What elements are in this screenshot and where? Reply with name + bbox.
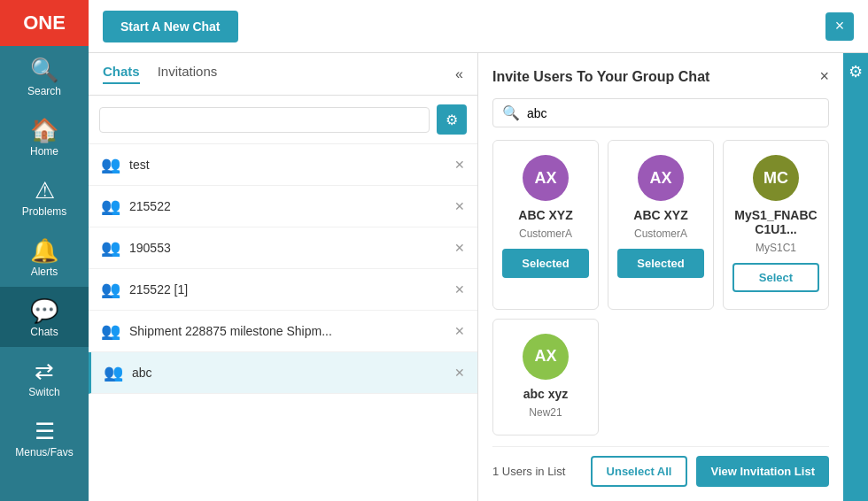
chat-item-name: test bbox=[129, 158, 454, 172]
chat-item-name: Shipment 228875 milestone Shipm... bbox=[129, 324, 454, 338]
user-sub: CustomerA bbox=[634, 227, 687, 240]
user-name: ABC XYZ bbox=[633, 208, 687, 222]
chat-item[interactable]: 👥 Shipment 228875 milestone Shipm... ✕ bbox=[89, 311, 477, 352]
chat-close-button[interactable]: ✕ bbox=[454, 158, 465, 172]
avatar: AX bbox=[638, 155, 684, 201]
chats-panel: Chats Invitations « ⚙ 👥 test ✕ bbox=[89, 53, 478, 501]
chat-close-button[interactable]: ✕ bbox=[454, 366, 465, 380]
invite-search-row: 🔍 bbox=[492, 98, 829, 127]
filter-icon: ⚙ bbox=[446, 112, 458, 128]
invite-search-input[interactable] bbox=[527, 106, 819, 120]
avatar: MC bbox=[753, 155, 799, 201]
view-invitation-button[interactable]: View Invitation List bbox=[696, 456, 829, 487]
tabs-row: Chats Invitations « bbox=[89, 53, 477, 96]
filter-button[interactable]: ⚙ bbox=[437, 104, 467, 135]
bell-icon: 🔔 bbox=[30, 239, 58, 262]
select-button[interactable]: Selected bbox=[502, 249, 589, 278]
chat-item[interactable]: 👥 test ✕ bbox=[89, 144, 477, 186]
top-bar: Start A New Chat × bbox=[89, 0, 868, 53]
select-button[interactable]: Selected bbox=[617, 249, 704, 278]
group-icon: 👥 bbox=[101, 280, 120, 299]
sidebar-item-label: Search bbox=[27, 85, 61, 97]
user-name: abc xyz bbox=[523, 387, 569, 401]
user-card: AX ABC XYZ CustomerA Selected bbox=[492, 140, 599, 310]
search-icon: 🔍 bbox=[30, 58, 58, 81]
settings-icon[interactable]: ⚙ bbox=[849, 62, 863, 81]
switch-icon: ⇄ bbox=[35, 359, 54, 382]
group-icon: 👥 bbox=[104, 363, 123, 382]
sidebar-item-switch[interactable]: ⇄ Switch bbox=[0, 347, 89, 407]
invite-title: Invite Users To Your Group Chat bbox=[492, 69, 709, 85]
main-panel: Start A New Chat × Chats Invitations « ⚙ bbox=[89, 0, 868, 501]
warning-icon: ⚠ bbox=[35, 179, 55, 202]
sidebar-item-alerts[interactable]: 🔔 Alerts bbox=[0, 227, 89, 287]
user-name: ABC XYZ bbox=[518, 208, 572, 222]
tabs-group: Chats Invitations bbox=[103, 64, 217, 84]
footer-buttons: Unselect All View Invitation List bbox=[591, 456, 829, 487]
chat-icon: 💬 bbox=[30, 299, 58, 322]
invite-footer: 1 Users in List Unselect All View Invita… bbox=[492, 446, 829, 487]
group-icon: 👥 bbox=[101, 321, 120, 341]
user-card: AX abc xyz New21 bbox=[492, 319, 599, 436]
users-in-list: 1 Users in List bbox=[492, 465, 565, 478]
invite-header: Invite Users To Your Group Chat × bbox=[492, 67, 829, 86]
sidebar-item-search[interactable]: 🔍 Search bbox=[0, 46, 89, 106]
user-card: MC MyS1_FNABC C1U1... MyS1C1 Select bbox=[723, 140, 829, 310]
select-button[interactable]: Select bbox=[732, 263, 819, 292]
chat-item-name: 190553 bbox=[129, 241, 454, 255]
search-row: ⚙ bbox=[89, 96, 477, 144]
group-icon: 👥 bbox=[101, 197, 120, 216]
sidebar: ONE 🔍 Search 🏠 Home ⚠ Problems 🔔 Alerts … bbox=[0, 0, 89, 501]
chat-item-name: abc bbox=[132, 366, 454, 380]
unselect-all-button[interactable]: Unselect All bbox=[591, 456, 688, 487]
right-edge: ⚙ bbox=[843, 53, 868, 501]
user-sub: New21 bbox=[529, 406, 562, 419]
chat-close-button[interactable]: ✕ bbox=[454, 324, 465, 338]
tab-invitations[interactable]: Invitations bbox=[158, 64, 218, 84]
app-logo: ONE bbox=[0, 0, 89, 46]
sidebar-item-label: Problems bbox=[22, 205, 67, 218]
chat-close-button[interactable]: ✕ bbox=[454, 199, 465, 213]
sidebar-item-label: Chats bbox=[30, 326, 58, 338]
sidebar-item-label: Alerts bbox=[31, 266, 58, 278]
chat-item-active[interactable]: 👥 abc ✕ bbox=[89, 352, 477, 394]
user-card: AX ABC XYZ CustomerA Selected bbox=[608, 140, 714, 310]
group-icon: 👥 bbox=[101, 155, 120, 174]
chat-close-button[interactable]: ✕ bbox=[454, 241, 465, 255]
sidebar-item-label: Home bbox=[30, 145, 58, 158]
chat-item-name: 215522 [1] bbox=[129, 282, 454, 297]
collapse-button[interactable]: « bbox=[455, 66, 463, 82]
start-chat-button[interactable]: Start A New Chat bbox=[103, 11, 238, 42]
home-icon: 🏠 bbox=[30, 119, 58, 142]
user-name: MyS1_FNABC C1U1... bbox=[732, 208, 819, 236]
avatar: AX bbox=[523, 334, 569, 380]
users-grid: AX ABC XYZ CustomerA Selected AX ABC XYZ… bbox=[492, 140, 829, 435]
chat-item[interactable]: 👥 215522 [1] ✕ bbox=[89, 269, 477, 311]
chat-list: 👥 test ✕ 👥 215522 ✕ 👥 190553 ✕ 👥 215522 … bbox=[89, 144, 477, 501]
sidebar-item-home[interactable]: 🏠 Home bbox=[0, 106, 89, 166]
search-icon: 🔍 bbox=[502, 104, 520, 121]
chat-item[interactable]: 👥 190553 ✕ bbox=[89, 227, 477, 269]
sidebar-item-menus[interactable]: ☰ Menus/Favs bbox=[0, 407, 89, 467]
user-sub: CustomerA bbox=[519, 227, 572, 240]
chat-search-input[interactable] bbox=[99, 107, 430, 133]
top-close-button[interactable]: × bbox=[825, 12, 854, 41]
menu-icon: ☰ bbox=[35, 420, 55, 443]
chat-item-name: 215522 bbox=[129, 199, 454, 213]
sidebar-item-problems[interactable]: ⚠ Problems bbox=[0, 166, 89, 227]
sidebar-item-label: Switch bbox=[28, 386, 59, 398]
sidebar-item-label: Menus/Favs bbox=[15, 446, 73, 459]
invite-close-button[interactable]: × bbox=[819, 67, 829, 86]
chat-close-button[interactable]: ✕ bbox=[454, 282, 465, 297]
tab-chats[interactable]: Chats bbox=[103, 64, 140, 84]
invite-panel: Invite Users To Your Group Chat × 🔍 AX A… bbox=[478, 53, 843, 501]
user-sub: MyS1C1 bbox=[756, 242, 796, 254]
chat-item[interactable]: 👥 215522 ✕ bbox=[89, 186, 477, 227]
group-icon: 👥 bbox=[101, 238, 120, 258]
sidebar-item-chats[interactable]: 💬 Chats bbox=[0, 287, 89, 347]
avatar: AX bbox=[523, 155, 569, 201]
content-area: Chats Invitations « ⚙ 👥 test ✕ bbox=[89, 53, 868, 501]
